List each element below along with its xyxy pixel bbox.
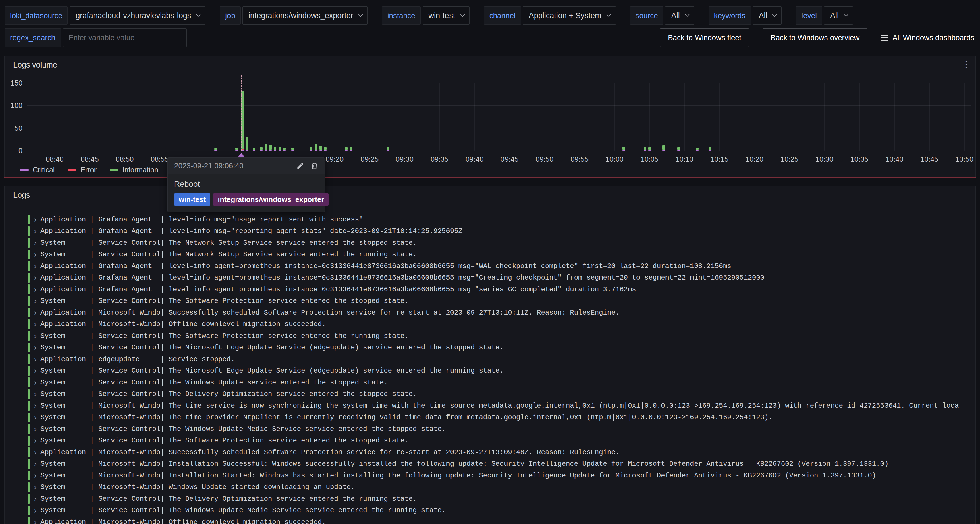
log-row[interactable]: ›System | Service Control| The Delivery … xyxy=(28,493,975,505)
log-level-indicator xyxy=(28,226,30,236)
chart-bar xyxy=(235,83,238,151)
chart-bar xyxy=(387,83,390,151)
log-level-indicator xyxy=(28,471,30,480)
chevron-right-icon: › xyxy=(34,250,37,258)
log-row[interactable]: ›Application | Microsoft-Windo| Offline … xyxy=(28,319,975,330)
log-row[interactable]: ›Application | Grafana Agent | level=inf… xyxy=(28,284,975,295)
legend-item-error[interactable]: Error xyxy=(68,166,97,174)
x-axis-tick-label: 10:50 xyxy=(955,155,974,164)
variable-value-loki_datasource: grafanacloud-vzhuravlevlabs-logs xyxy=(76,11,191,20)
annotation-marker-icon[interactable] xyxy=(238,153,245,157)
log-row[interactable]: ›System | Microsoft-Windo| Installation … xyxy=(28,458,975,470)
log-row[interactable]: ›System | Service Control| The Software … xyxy=(28,330,975,342)
panel-menu-kebab-icon[interactable]: ⋮ xyxy=(962,59,971,68)
plot-area[interactable] xyxy=(27,83,971,151)
variable-job: jobintegrations/windows_exporter xyxy=(220,6,368,25)
log-row[interactable]: ›System | Service Control| The Windows U… xyxy=(28,505,975,516)
variable-label-source: source xyxy=(630,6,663,25)
variable-select-job[interactable]: integrations/windows_exporter xyxy=(242,6,368,25)
legend-item-critical[interactable]: Critical xyxy=(20,166,54,174)
variables-row: loki_datasourcegrafanacloud-vzhuravlevla… xyxy=(5,6,975,25)
chevron-right-icon: › xyxy=(34,344,37,351)
edit-pencil-icon[interactable] xyxy=(296,162,304,170)
variable-select-keywords[interactable]: All xyxy=(752,6,781,25)
chart-bar xyxy=(246,83,248,151)
legend-item-information[interactable]: Information xyxy=(110,166,158,174)
all-windows-dashboards-link[interactable]: All Windows dashboards xyxy=(881,33,974,42)
log-row[interactable]: ›Application | Grafana Agent | level=inf… xyxy=(28,260,975,272)
log-row[interactable]: ›System | Service Control| The Windows U… xyxy=(28,377,975,389)
chart-bar xyxy=(709,83,711,151)
annotation-tags: win-testintegrations/windows_exporter xyxy=(174,193,318,206)
variable-select-source[interactable]: All xyxy=(665,6,694,25)
log-line-text: System | Service Control| The Microsoft … xyxy=(40,344,504,351)
log-row[interactable]: ›System | Service Control| The Software … xyxy=(28,435,975,447)
log-row[interactable]: ›Application | Microsoft-Windo| Successf… xyxy=(28,446,975,458)
bar-segment-critical xyxy=(345,150,348,151)
x-axis-tick-label: 10:15 xyxy=(711,155,729,164)
log-row[interactable]: ›System | Service Control| The Network S… xyxy=(28,237,975,249)
log-row[interactable]: ›Application | Microsoft-Windo| Offline … xyxy=(28,516,975,524)
bar-segment-information xyxy=(320,146,322,150)
log-row[interactable]: ›System | Service Control| The Microsoft… xyxy=(28,365,975,377)
variable-label-instance: instance xyxy=(382,6,421,25)
delete-trash-icon[interactable] xyxy=(310,162,318,170)
log-level-indicator xyxy=(28,331,30,341)
log-row[interactable]: ›Application | Microsoft-Windo| Successf… xyxy=(28,307,975,319)
log-line-text: System | Service Control| The Windows Up… xyxy=(40,425,446,433)
log-row[interactable]: ›System | Microsoft-Windo| Windows Updat… xyxy=(28,481,975,493)
regex-search-label: regex_search xyxy=(5,29,61,47)
log-row[interactable]: ›System | Microsoft-Windo| Installation … xyxy=(28,470,975,481)
regex-search-input[interactable] xyxy=(63,29,187,47)
annotation-tag[interactable]: win-test xyxy=(174,193,210,206)
bar-segment-critical xyxy=(310,150,312,151)
log-row[interactable]: ›Application | edgeupdate | Service stop… xyxy=(28,354,975,365)
legend-swatch-icon xyxy=(20,169,29,171)
legend-label: Critical xyxy=(33,166,54,174)
chevron-right-icon: › xyxy=(34,309,37,317)
variable-select-level[interactable]: All xyxy=(824,6,853,25)
dashboard-content: Logs volume ⋮ 08:4008:4508:5008:5509:000… xyxy=(0,47,980,524)
log-row[interactable]: ›System | Service Control| The Software … xyxy=(28,295,975,307)
x-axis-tick-label: 10:45 xyxy=(921,155,939,164)
chart-bar xyxy=(350,83,352,151)
log-row[interactable]: ›Application | Grafana Agent | level=inf… xyxy=(28,214,975,226)
bar-segment-information xyxy=(278,147,281,150)
bar-segment-information xyxy=(274,147,276,150)
back-to-windows-overview-button[interactable]: Back to Windows overview xyxy=(763,29,867,47)
bar-segment-critical xyxy=(246,150,248,151)
annotation-tag[interactable]: integrations/windows_exporter xyxy=(213,193,329,206)
variable-value-level: All xyxy=(830,11,839,20)
chevron-right-icon: › xyxy=(34,425,37,433)
chevron-right-icon: › xyxy=(34,472,37,479)
variable-select-instance[interactable]: win-test xyxy=(423,6,469,25)
chart-bar xyxy=(264,83,267,151)
log-row[interactable]: ›Application | Grafana Agent | level=inf… xyxy=(28,272,975,284)
log-line-text: Application | Grafana Agent | level=info… xyxy=(40,285,636,293)
variable-select-channel[interactable]: Application + System xyxy=(523,6,616,25)
log-line-text: System | Service Control| The Windows Up… xyxy=(40,506,446,514)
log-row[interactable]: ›System | Service Control| The Delivery … xyxy=(28,389,975,400)
chart-bar xyxy=(345,83,348,151)
dashboard-submenu: loki_datasourcegrafanacloud-vzhuravlevla… xyxy=(0,0,980,47)
log-line-text: System | Service Control| The Software P… xyxy=(40,297,409,305)
bar-segment-critical xyxy=(278,150,281,151)
chevron-right-icon: › xyxy=(34,437,37,444)
bar-segment-information xyxy=(291,148,294,150)
annotation-line[interactable] xyxy=(241,75,242,151)
log-row[interactable]: ›System | Service Control| The Network S… xyxy=(28,249,975,261)
variable-select-loki_datasource[interactable]: grafanacloud-vzhuravlevlabs-logs xyxy=(70,6,205,25)
log-line-text: Application | Microsoft-Windo| Successfu… xyxy=(40,448,619,456)
log-row[interactable]: ›System | Service Control| The Windows U… xyxy=(28,423,975,435)
log-row[interactable]: ›Application | Grafana Agent | level=inf… xyxy=(28,226,975,237)
chart-bar xyxy=(662,83,665,151)
log-row[interactable]: ›System | Service Control| The Microsoft… xyxy=(28,342,975,354)
x-axis-tick-label: 08:45 xyxy=(81,155,99,164)
log-row[interactable]: ›System | Microsoft-Windo| The time prov… xyxy=(28,412,975,424)
bar-segment-critical xyxy=(315,150,317,151)
bar-segment-information xyxy=(315,144,317,150)
log-row[interactable]: ›System | Microsoft-Windo| The time serv… xyxy=(28,400,975,412)
x-axis-tick-label: 09:40 xyxy=(466,155,484,164)
back-to-windows-fleet-button[interactable]: Back to Windows fleet xyxy=(660,29,749,47)
log-line-text: System | Microsoft-Windo| The time servi… xyxy=(40,402,959,410)
